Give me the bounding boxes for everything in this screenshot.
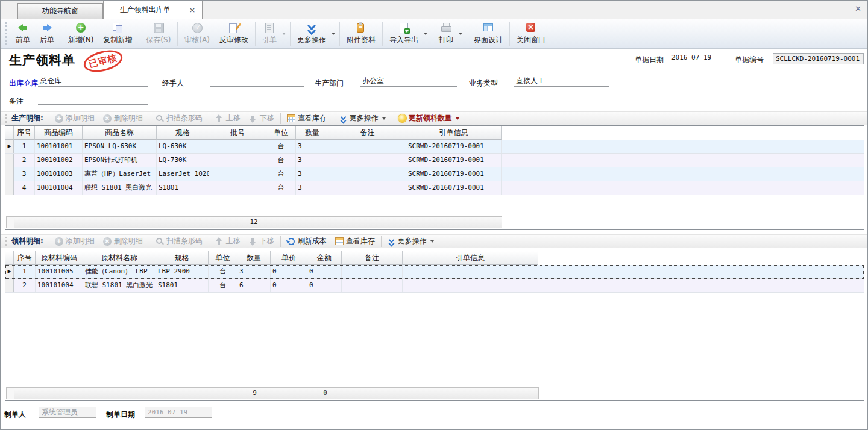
current-row-arrow-icon[interactable]: ▶ bbox=[5, 140, 14, 153]
window-close-icon[interactable]: ✕ bbox=[855, 4, 861, 14]
delete-detail-button[interactable]: 删除明细 bbox=[99, 235, 147, 248]
cell[interactable]: 100101005 bbox=[36, 265, 83, 278]
cell[interactable]: 佳能（Canon） LBP bbox=[83, 265, 156, 278]
cell[interactable]: S1801 bbox=[156, 279, 209, 292]
row-selector[interactable] bbox=[5, 181, 14, 195]
dropdown-caret-icon[interactable] bbox=[459, 33, 462, 35]
cell[interactable]: 台 bbox=[266, 167, 296, 181]
column-header[interactable]: 金额 bbox=[307, 251, 342, 265]
column-header[interactable]: 引单信息 bbox=[406, 126, 502, 140]
toolbar-grip[interactable] bbox=[5, 114, 7, 123]
table-row[interactable]: 3100101003惠普（HP）LaserJetLaserJet 1020台3S… bbox=[5, 167, 864, 181]
delete-detail-button[interactable]: 删除明细 bbox=[99, 112, 147, 125]
cell[interactable]: LQ-730K bbox=[157, 154, 209, 167]
move-down-button[interactable]: 下移 bbox=[245, 235, 278, 248]
cell[interactable]: 0 bbox=[271, 265, 307, 278]
cell[interactable] bbox=[329, 154, 406, 167]
cell[interactable]: 0 bbox=[307, 265, 342, 278]
cell[interactable] bbox=[403, 279, 538, 292]
tab-function-nav[interactable]: 功能导航窗 bbox=[17, 3, 103, 19]
biz-type-field[interactable]: 直接人工 bbox=[514, 76, 609, 87]
column-header[interactable]: 规格 bbox=[157, 126, 209, 140]
cell[interactable] bbox=[329, 167, 406, 181]
column-header[interactable]: 引单信息 bbox=[403, 251, 538, 265]
table-row[interactable]: 2100101004联想 S1801 黑白激光S1801台600 bbox=[5, 279, 864, 293]
cell[interactable]: 1 bbox=[14, 140, 35, 153]
cell[interactable] bbox=[329, 140, 406, 153]
cell[interactable]: 3 bbox=[14, 167, 35, 181]
cell[interactable]: 100101004 bbox=[35, 181, 83, 195]
column-header[interactable]: 单位 bbox=[266, 126, 296, 140]
view-stock-button[interactable]: 查看库存 bbox=[283, 112, 331, 125]
table-row[interactable]: ▶1100101005佳能（Canon） LBPLBP 2900台300 bbox=[5, 265, 864, 279]
column-header[interactable]: 单价 bbox=[271, 251, 307, 265]
cell[interactable]: 100101002 bbox=[35, 154, 83, 167]
cell[interactable]: LBP 2900 bbox=[156, 265, 209, 278]
cell[interactable]: 联想 S1801 黑白激光 bbox=[83, 279, 156, 292]
cell[interactable]: 100101003 bbox=[35, 167, 83, 181]
prev-doc-button[interactable]: 前单 bbox=[11, 20, 35, 47]
print-button[interactable]: 打印 bbox=[434, 20, 458, 47]
copy-add-button[interactable]: 复制新增 bbox=[98, 20, 137, 47]
handler-field[interactable] bbox=[210, 76, 304, 87]
column-header[interactable]: 备注 bbox=[329, 126, 406, 140]
cell[interactable]: 1 bbox=[14, 265, 36, 278]
close-window-button[interactable]: 关闭窗口 bbox=[512, 20, 550, 47]
remark-field[interactable] bbox=[38, 94, 148, 105]
cell[interactable]: 3 bbox=[296, 154, 329, 167]
cell[interactable]: 100101004 bbox=[36, 279, 83, 292]
move-down-button[interactable]: 下移 bbox=[245, 112, 278, 125]
column-header[interactable]: 序号 bbox=[14, 251, 36, 265]
dept-field[interactable]: 办公室 bbox=[360, 76, 457, 87]
cell[interactable] bbox=[403, 265, 538, 278]
audit-button[interactable]: 审核(A) bbox=[180, 20, 215, 47]
scan-barcode-button[interactable]: 扫描条形码 bbox=[151, 235, 207, 248]
cell[interactable]: 台 bbox=[209, 265, 237, 278]
more-actions-button[interactable]: 更多操作 bbox=[335, 112, 390, 125]
refresh-cost-button[interactable]: 刷新成本 bbox=[283, 235, 331, 248]
move-up-button[interactable]: 上移 bbox=[211, 112, 245, 125]
cell[interactable] bbox=[342, 265, 403, 278]
cell[interactable]: LQ-630K bbox=[157, 140, 209, 153]
cell[interactable]: 3 bbox=[296, 181, 329, 195]
column-header[interactable]: 原材料名称 bbox=[83, 251, 156, 265]
cell[interactable]: 6 bbox=[237, 279, 271, 292]
dropdown-caret-icon[interactable] bbox=[424, 33, 427, 35]
cell[interactable]: 0 bbox=[307, 279, 342, 292]
save-button[interactable]: 保存(S) bbox=[141, 20, 175, 47]
cell[interactable]: 3 bbox=[237, 265, 271, 278]
scan-barcode-button[interactable]: 扫描条形码 bbox=[151, 112, 207, 125]
column-header[interactable]: 原材料编码 bbox=[36, 251, 83, 265]
cell[interactable]: S1801 bbox=[157, 181, 209, 195]
column-header[interactable]: 商品名称 bbox=[83, 126, 157, 140]
dropdown-caret-icon[interactable] bbox=[332, 33, 335, 35]
toolbar-grip[interactable] bbox=[5, 22, 7, 45]
ui-design-button[interactable]: 界面设计 bbox=[469, 20, 508, 47]
cell[interactable]: SCRWD-20160719-0001 bbox=[406, 140, 502, 153]
cell[interactable]: 3 bbox=[296, 140, 329, 153]
column-header[interactable]: 数量 bbox=[296, 126, 329, 140]
more-actions-button[interactable]: 更多操作 bbox=[383, 235, 438, 248]
next-doc-button[interactable]: 后单 bbox=[35, 20, 59, 47]
column-header[interactable]: 备注 bbox=[342, 251, 403, 265]
add-new-button[interactable]: 新增(N) bbox=[63, 20, 98, 47]
cell[interactable]: 0 bbox=[271, 279, 307, 292]
row-selector[interactable] bbox=[5, 167, 14, 181]
column-header[interactable]: 规格 bbox=[156, 251, 209, 265]
cell[interactable] bbox=[209, 140, 266, 153]
cell[interactable] bbox=[342, 279, 403, 292]
column-header[interactable]: 商品编码 bbox=[35, 126, 83, 140]
column-header[interactable]: 数量 bbox=[237, 251, 271, 265]
import-export-button[interactable]: 导入导出 bbox=[385, 20, 423, 47]
move-up-button[interactable]: 上移 bbox=[211, 235, 245, 248]
tab-close-icon[interactable]: × bbox=[187, 1, 197, 19]
tab-production-issue[interactable]: 生产领料出库单 × bbox=[103, 1, 203, 19]
cell[interactable] bbox=[209, 181, 266, 195]
cell[interactable]: EPSON针式打印机 bbox=[83, 154, 157, 167]
column-header[interactable]: 序号 bbox=[14, 126, 35, 140]
ref-doc-button[interactable]: 引单 bbox=[257, 20, 281, 47]
current-row-arrow-icon[interactable]: ▶ bbox=[5, 265, 14, 278]
cell[interactable]: 2 bbox=[14, 154, 35, 167]
doc-date-field[interactable]: 2016-07-19 bbox=[670, 52, 740, 63]
update-qty-button[interactable]: 更新领料数量 bbox=[394, 112, 464, 125]
